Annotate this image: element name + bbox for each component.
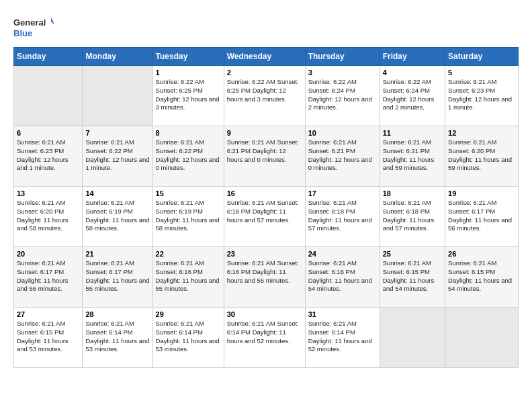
day-number: 15	[156, 189, 221, 197]
day-info: Sunrise: 6:21 AM Sunset: 6:16 PM Dayligh…	[308, 259, 377, 293]
day-number: 3	[308, 68, 377, 77]
day-info: Sunrise: 6:21 AM Sunset: 6:18 PM Dayligh…	[383, 199, 442, 233]
day-number: 24	[308, 250, 377, 258]
day-info: Sunrise: 6:21 AM Sunset: 6:21 PM Dayligh…	[383, 138, 442, 173]
day-number: 20	[17, 250, 79, 258]
day-number: 9	[227, 129, 302, 137]
day-cell: 13Sunrise: 6:21 AM Sunset: 6:20 PM Dayli…	[14, 187, 83, 247]
week-row-1: 1Sunrise: 6:22 AM Sunset: 6:25 PM Daylig…	[14, 66, 519, 126]
day-info: Sunrise: 6:21 AM Sunset: 6:23 PM Dayligh…	[448, 78, 515, 112]
day-header-saturday: Saturday	[445, 48, 519, 66]
calendar-header-row: SundayMondayTuesdayWednesdayThursdayFrid…	[14, 48, 519, 66]
day-info: Sunrise: 6:21 AM Sunset: 6:19 PM Dayligh…	[85, 199, 149, 233]
day-info: Sunrise: 6:22 AM Sunset: 6:24 PM Dayligh…	[308, 78, 377, 112]
svg-text:Blue: Blue	[13, 28, 32, 38]
day-number: 12	[448, 129, 515, 137]
day-number: 2	[227, 68, 302, 77]
day-cell: 25Sunrise: 6:21 AM Sunset: 6:15 PM Dayli…	[380, 247, 445, 308]
day-cell: 9Sunrise: 6:21 AM Sunset: 6:21 PM Daylig…	[224, 126, 305, 187]
day-cell	[83, 66, 152, 126]
header: General Blue	[13, 13, 519, 40]
day-cell: 12Sunrise: 6:21 AM Sunset: 6:20 PM Dayli…	[445, 126, 519, 187]
day-cell: 6Sunrise: 6:21 AM Sunset: 6:23 PM Daylig…	[14, 126, 83, 187]
day-number: 29	[156, 310, 221, 318]
day-info: Sunrise: 6:21 AM Sunset: 6:14 PM Dayligh…	[308, 320, 377, 354]
day-info: Sunrise: 6:21 AM Sunset: 6:14 PM Dayligh…	[227, 320, 302, 345]
day-number: 23	[227, 250, 302, 258]
week-row-3: 13Sunrise: 6:21 AM Sunset: 6:20 PM Dayli…	[14, 187, 519, 247]
day-cell: 26Sunrise: 6:21 AM Sunset: 6:15 PM Dayli…	[445, 247, 519, 308]
day-number: 26	[448, 250, 515, 258]
day-cell: 4Sunrise: 6:22 AM Sunset: 6:24 PM Daylig…	[380, 66, 445, 126]
day-cell: 28Sunrise: 6:21 AM Sunset: 6:14 PM Dayli…	[83, 308, 152, 368]
day-number: 10	[308, 129, 377, 137]
day-cell	[445, 308, 519, 368]
day-cell: 15Sunrise: 6:21 AM Sunset: 6:19 PM Dayli…	[152, 187, 224, 247]
logo: General Blue	[13, 13, 54, 40]
svg-text:General: General	[13, 17, 46, 28]
day-cell: 2Sunrise: 6:22 AM Sunset: 6:25 PM Daylig…	[224, 66, 305, 126]
day-number: 11	[383, 129, 442, 137]
day-info: Sunrise: 6:21 AM Sunset: 6:17 PM Dayligh…	[17, 259, 79, 293]
day-cell: 27Sunrise: 6:21 AM Sunset: 6:15 PM Dayli…	[14, 308, 83, 368]
day-cell: 20Sunrise: 6:21 AM Sunset: 6:17 PM Dayli…	[14, 247, 83, 308]
day-info: Sunrise: 6:21 AM Sunset: 6:16 PM Dayligh…	[227, 259, 302, 285]
day-info: Sunrise: 6:21 AM Sunset: 6:22 PM Dayligh…	[85, 138, 149, 173]
day-cell: 5Sunrise: 6:21 AM Sunset: 6:23 PM Daylig…	[445, 66, 519, 126]
day-info: Sunrise: 6:21 AM Sunset: 6:15 PM Dayligh…	[17, 320, 79, 354]
day-number: 27	[17, 310, 79, 318]
day-info: Sunrise: 6:21 AM Sunset: 6:15 PM Dayligh…	[383, 259, 442, 293]
day-info: Sunrise: 6:21 AM Sunset: 6:18 PM Dayligh…	[227, 199, 302, 224]
day-cell: 11Sunrise: 6:21 AM Sunset: 6:21 PM Dayli…	[380, 126, 445, 187]
day-cell	[14, 66, 83, 126]
day-cell: 8Sunrise: 6:21 AM Sunset: 6:22 PM Daylig…	[152, 126, 224, 187]
day-info: Sunrise: 6:21 AM Sunset: 6:15 PM Dayligh…	[448, 259, 515, 293]
day-number: 1	[156, 68, 221, 77]
day-cell: 7Sunrise: 6:21 AM Sunset: 6:22 PM Daylig…	[83, 126, 152, 187]
day-number: 8	[156, 129, 221, 137]
day-header-wednesday: Wednesday	[224, 48, 305, 66]
day-number: 5	[448, 68, 515, 77]
day-info: Sunrise: 6:22 AM Sunset: 6:25 PM Dayligh…	[227, 78, 302, 103]
day-number: 16	[227, 189, 302, 197]
day-cell: 31Sunrise: 6:21 AM Sunset: 6:14 PM Dayli…	[305, 308, 380, 368]
day-number: 7	[85, 129, 149, 137]
day-cell: 19Sunrise: 6:21 AM Sunset: 6:17 PM Dayli…	[445, 187, 519, 247]
week-row-5: 27Sunrise: 6:21 AM Sunset: 6:15 PM Dayli…	[14, 308, 519, 368]
day-info: Sunrise: 6:22 AM Sunset: 6:25 PM Dayligh…	[156, 78, 221, 112]
day-info: Sunrise: 6:21 AM Sunset: 6:17 PM Dayligh…	[85, 259, 149, 293]
day-number: 4	[383, 68, 442, 77]
day-info: Sunrise: 6:21 AM Sunset: 6:18 PM Dayligh…	[308, 199, 377, 233]
day-cell: 21Sunrise: 6:21 AM Sunset: 6:17 PM Dayli…	[83, 247, 152, 308]
day-number: 14	[85, 189, 149, 197]
day-number: 31	[308, 310, 377, 318]
logo-icon: General Blue	[13, 13, 54, 40]
day-number: 22	[156, 250, 221, 258]
calendar-table: SundayMondayTuesdayWednesdayThursdayFrid…	[13, 47, 519, 368]
day-number: 30	[227, 310, 302, 318]
day-cell: 30Sunrise: 6:21 AM Sunset: 6:14 PM Dayli…	[224, 308, 305, 368]
day-cell: 17Sunrise: 6:21 AM Sunset: 6:18 PM Dayli…	[305, 187, 380, 247]
day-info: Sunrise: 6:21 AM Sunset: 6:19 PM Dayligh…	[156, 199, 221, 233]
day-info: Sunrise: 6:21 AM Sunset: 6:20 PM Dayligh…	[448, 138, 515, 173]
day-number: 13	[17, 189, 79, 197]
day-number: 17	[308, 189, 377, 197]
day-number: 21	[85, 250, 149, 258]
day-cell: 10Sunrise: 6:21 AM Sunset: 6:21 PM Dayli…	[305, 126, 380, 187]
day-info: Sunrise: 6:21 AM Sunset: 6:21 PM Dayligh…	[308, 138, 377, 173]
day-cell: 23Sunrise: 6:21 AM Sunset: 6:16 PM Dayli…	[224, 247, 305, 308]
day-cell: 29Sunrise: 6:21 AM Sunset: 6:14 PM Dayli…	[152, 308, 224, 368]
svg-marker-2	[51, 17, 54, 26]
day-info: Sunrise: 6:21 AM Sunset: 6:22 PM Dayligh…	[156, 138, 221, 173]
day-cell: 14Sunrise: 6:21 AM Sunset: 6:19 PM Dayli…	[83, 187, 152, 247]
week-row-2: 6Sunrise: 6:21 AM Sunset: 6:23 PM Daylig…	[14, 126, 519, 187]
day-number: 28	[85, 310, 149, 318]
day-info: Sunrise: 6:21 AM Sunset: 6:14 PM Dayligh…	[156, 320, 221, 354]
day-cell: 1Sunrise: 6:22 AM Sunset: 6:25 PM Daylig…	[152, 66, 224, 126]
day-cell: 16Sunrise: 6:21 AM Sunset: 6:18 PM Dayli…	[224, 187, 305, 247]
day-number: 18	[383, 189, 442, 197]
day-info: Sunrise: 6:21 AM Sunset: 6:21 PM Dayligh…	[227, 138, 302, 164]
day-cell: 18Sunrise: 6:21 AM Sunset: 6:18 PM Dayli…	[380, 187, 445, 247]
day-info: Sunrise: 6:22 AM Sunset: 6:24 PM Dayligh…	[383, 78, 442, 112]
day-info: Sunrise: 6:21 AM Sunset: 6:16 PM Dayligh…	[156, 259, 221, 293]
